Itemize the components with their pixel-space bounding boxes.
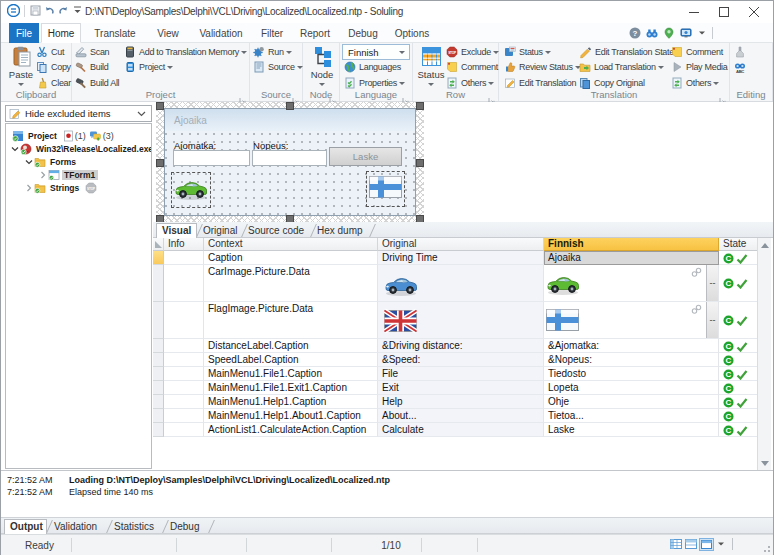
- grid-header-selector[interactable]: [153, 238, 164, 251]
- view-tab-visual[interactable]: Visual: [156, 223, 197, 238]
- group-dialog-launcher-icon[interactable]: [329, 91, 337, 99]
- close-button[interactable]: [739, 1, 769, 22]
- save-icon[interactable]: [30, 5, 41, 16]
- chevron-right-icon[interactable]: [38, 171, 48, 179]
- ribbon-tab-debug[interactable]: Debug: [343, 23, 383, 43]
- ribbon-button-run[interactable]: Run: [253, 45, 292, 59]
- translation-grid[interactable]: InfoContextOriginalFinnishStateCaptionDr…: [153, 238, 771, 470]
- grid-row-selector[interactable]: [153, 353, 164, 367]
- grid-cell-finnish[interactable]: Ohje: [544, 395, 719, 409]
- form-view-icon[interactable]: [700, 539, 713, 550]
- form-flag-image[interactable]: [369, 174, 402, 204]
- grid-cell-finnish[interactable]: Ajoaika: [544, 251, 719, 265]
- ribbon-button-status[interactable]: Status: [504, 45, 551, 59]
- selection-handle[interactable]: [286, 102, 294, 110]
- grid-row-selector[interactable]: [153, 302, 164, 339]
- ribbon-tab-translate[interactable]: Translate: [89, 23, 141, 43]
- grid-row-selector[interactable]: [153, 409, 164, 423]
- ribbon-button-source[interactable]: Source: [253, 60, 303, 74]
- grid-row-selector[interactable]: [153, 381, 164, 395]
- chevron-down-icon[interactable]: [697, 28, 707, 38]
- ribbon-button-project[interactable]: Project: [124, 60, 173, 74]
- ribbon-button-play-media[interactable]: Play Media: [671, 60, 728, 74]
- ribbon-tab-report[interactable]: Report: [295, 23, 335, 43]
- grid-row-selector[interactable]: [153, 339, 164, 353]
- location-pin-icon[interactable]: [663, 27, 675, 39]
- grid-cell-finnish[interactable]: --: [544, 302, 719, 339]
- language-combo[interactable]: Finnish: [342, 44, 410, 60]
- selection-handle[interactable]: [156, 102, 164, 110]
- view-tab-hex-dump[interactable]: Hex dump: [312, 223, 370, 238]
- grid-header-original[interactable]: Original: [378, 238, 544, 251]
- ribbon-button-clear[interactable]: Clear: [36, 76, 71, 90]
- ribbon-button-copy[interactable]: Copy: [36, 60, 71, 74]
- tree-item-forms[interactable]: Forms: [24, 155, 79, 168]
- grid-cell-finnish[interactable]: Laske: [544, 423, 719, 437]
- ribbon-button-scan[interactable]: Scan: [75, 45, 109, 59]
- monitor-icon[interactable]: [680, 27, 692, 39]
- grid-row-selector[interactable]: [153, 395, 164, 409]
- bottom-tab-validation[interactable]: Validation: [49, 519, 107, 534]
- selection-handle[interactable]: [416, 102, 424, 110]
- scroll-up-icon[interactable]: [758, 238, 771, 252]
- undo-icon[interactable]: [44, 5, 55, 16]
- ribbon-button-cut[interactable]: Cut: [36, 45, 64, 59]
- ribbon-button-properties[interactable]: Properties: [344, 76, 405, 90]
- ribbon-tab-filter[interactable]: Filter: [257, 23, 287, 43]
- ribbon-button-copy-original[interactable]: Copy Original: [579, 76, 645, 90]
- qat-dropdown-icon[interactable]: [72, 5, 83, 16]
- help-icon[interactable]: ?: [629, 27, 641, 39]
- form-edit-distance[interactable]: [173, 150, 250, 166]
- chevron-down-icon[interactable]: [10, 145, 20, 153]
- tree-item-tform1[interactable]: TForm1: [38, 168, 98, 181]
- ribbon-button-spell-check-icon[interactable]: ABC: [734, 60, 749, 74]
- grid-row-selector[interactable]: [153, 251, 164, 265]
- grid-header-info[interactable]: Info: [164, 238, 204, 251]
- grid-header-context[interactable]: Context: [204, 238, 378, 251]
- ribbon-button-others[interactable]: Others: [446, 76, 494, 90]
- grid-cell-finnish[interactable]: Tietoa...: [544, 409, 719, 423]
- resize-grip[interactable]: [761, 543, 771, 553]
- ribbon-tab-view[interactable]: View: [151, 23, 185, 43]
- scroll-down-icon[interactable]: [758, 456, 771, 470]
- ribbon-tab-home[interactable]: Home: [41, 23, 81, 43]
- ellipsis-button[interactable]: --: [706, 302, 718, 338]
- ribbon-button-edit-translation[interactable]: Edit Translation: [504, 76, 576, 90]
- chevron-right-icon[interactable]: [24, 184, 34, 192]
- ribbon-button-comment[interactable]: Comment: [671, 45, 723, 59]
- grid-header-state[interactable]: State: [719, 238, 759, 251]
- tree-item-win32-release-localized-exe[interactable]: Win32\Release\Localized.exe: [10, 142, 152, 155]
- ribbon-button-add-to-translation-memory[interactable]: Add to Translation Memory: [124, 45, 247, 59]
- ribbon-tab-file[interactable]: File: [9, 23, 39, 43]
- view-tab-original[interactable]: Original: [198, 223, 242, 238]
- maximize-button[interactable]: [709, 1, 739, 22]
- ribbon-button-edit-translation-state[interactable]: Edit Translation State: [579, 45, 674, 59]
- group-dialog-launcher-icon[interactable]: [719, 91, 727, 99]
- ribbon-button-review-status[interactable]: Review Status: [504, 60, 581, 74]
- grid-cell-finnish[interactable]: &Ajomatka:: [544, 339, 719, 353]
- grid-cell-finnish[interactable]: --: [544, 265, 719, 302]
- form-button-calculate[interactable]: Laske: [329, 147, 402, 166]
- redo-icon[interactable]: [58, 5, 69, 16]
- bottom-tab-statistics[interactable]: Statistics: [109, 519, 163, 534]
- minimize-button[interactable]: [679, 1, 709, 22]
- project-tree[interactable]: Project(1)(3)Win32\Release\Localized.exe…: [5, 123, 152, 469]
- form-edit-speed[interactable]: [252, 150, 327, 166]
- ribbon-button-load-translation[interactable]: Load Translation: [579, 60, 664, 74]
- bottom-tab-output[interactable]: Output: [4, 519, 47, 534]
- grid-row-selector[interactable]: [153, 367, 164, 381]
- ribbon-button-build-all[interactable]: Build All: [75, 76, 119, 90]
- group-dialog-launcher-icon[interactable]: [292, 91, 300, 99]
- ribbon-button-languages[interactable]: Languages: [344, 60, 401, 74]
- ribbon-button-fill-icon[interactable]: [734, 45, 749, 59]
- selection-handle[interactable]: [156, 159, 164, 167]
- form-car-image[interactable]: [174, 175, 208, 205]
- grid-cell-finnish[interactable]: &Nopeus:: [544, 353, 719, 367]
- ellipsis-button[interactable]: --: [706, 265, 718, 301]
- grid-cell-finnish[interactable]: Tiedosto: [544, 367, 719, 381]
- tree-item-strings[interactable]: StringsSTOP: [24, 181, 98, 194]
- view-tab-source-code[interactable]: Source code: [243, 223, 311, 238]
- grid-row-selector[interactable]: [153, 265, 164, 302]
- app-logo-icon[interactable]: [7, 4, 20, 17]
- grid-vertical-scrollbar[interactable]: [757, 238, 771, 470]
